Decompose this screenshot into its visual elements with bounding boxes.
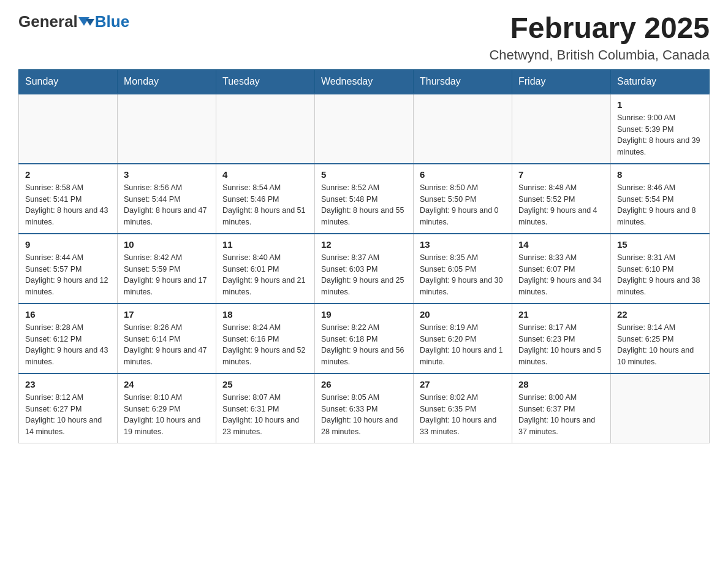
calendar-day-cell: 19Sunrise: 8:22 AMSunset: 6:18 PMDayligh…	[315, 304, 414, 373]
calendar-day-header: Tuesday	[216, 69, 315, 94]
day-number: 12	[321, 239, 407, 250]
calendar-day-cell	[118, 94, 216, 164]
calendar-day-cell: 4Sunrise: 8:54 AMSunset: 5:46 PMDaylight…	[216, 164, 315, 234]
day-info: Sunrise: 8:37 AMSunset: 6:03 PMDaylight:…	[321, 252, 407, 298]
calendar-day-cell: 20Sunrise: 8:19 AMSunset: 6:20 PMDayligh…	[414, 304, 512, 373]
day-info: Sunrise: 8:52 AMSunset: 5:48 PMDaylight:…	[321, 182, 407, 228]
day-number: 3	[124, 169, 210, 180]
calendar-day-cell	[315, 94, 414, 164]
day-info: Sunrise: 8:46 AMSunset: 5:54 PMDaylight:…	[617, 182, 703, 228]
calendar-day-cell: 14Sunrise: 8:33 AMSunset: 6:07 PMDayligh…	[512, 234, 611, 304]
calendar-day-cell: 21Sunrise: 8:17 AMSunset: 6:23 PMDayligh…	[512, 304, 611, 373]
day-number: 7	[518, 169, 604, 180]
day-info: Sunrise: 9:00 AMSunset: 5:39 PMDaylight:…	[617, 112, 703, 158]
calendar-day-cell: 18Sunrise: 8:24 AMSunset: 6:16 PMDayligh…	[216, 304, 315, 373]
day-info: Sunrise: 8:42 AMSunset: 5:59 PMDaylight:…	[124, 252, 210, 298]
calendar-day-cell: 11Sunrise: 8:40 AMSunset: 6:01 PMDayligh…	[216, 234, 315, 304]
day-number: 8	[617, 169, 703, 180]
day-info: Sunrise: 8:10 AMSunset: 6:29 PMDaylight:…	[124, 392, 210, 438]
calendar-day-cell: 17Sunrise: 8:26 AMSunset: 6:14 PMDayligh…	[118, 304, 216, 373]
day-info: Sunrise: 8:33 AMSunset: 6:07 PMDaylight:…	[518, 252, 604, 298]
calendar-week-row: 9Sunrise: 8:44 AMSunset: 5:57 PMDaylight…	[19, 234, 710, 304]
calendar-day-cell: 25Sunrise: 8:07 AMSunset: 6:31 PMDayligh…	[216, 373, 315, 443]
day-number: 28	[518, 379, 604, 389]
day-number: 23	[25, 379, 111, 389]
calendar-day-cell: 6Sunrise: 8:50 AMSunset: 5:50 PMDaylight…	[414, 164, 512, 234]
day-number: 9	[25, 239, 111, 250]
day-number: 16	[25, 309, 111, 320]
calendar-day-header: Thursday	[414, 69, 512, 94]
calendar-day-cell: 26Sunrise: 8:05 AMSunset: 6:33 PMDayligh…	[315, 373, 414, 443]
logo-blue-text: Blue	[95, 12, 129, 31]
day-number: 18	[222, 309, 308, 320]
page-subtitle: Chetwynd, British Columbia, Canada	[489, 47, 710, 63]
calendar-day-cell: 23Sunrise: 8:12 AMSunset: 6:27 PMDayligh…	[19, 373, 118, 443]
calendar-week-row: 2Sunrise: 8:58 AMSunset: 5:41 PMDaylight…	[19, 164, 710, 234]
logo-triangle-overlap-icon	[86, 19, 94, 26]
day-number: 10	[124, 239, 210, 250]
calendar-day-cell: 8Sunrise: 8:46 AMSunset: 5:54 PMDaylight…	[611, 164, 710, 234]
day-info: Sunrise: 8:24 AMSunset: 6:16 PMDaylight:…	[222, 322, 308, 368]
day-number: 22	[617, 309, 703, 320]
calendar-day-cell: 5Sunrise: 8:52 AMSunset: 5:48 PMDaylight…	[315, 164, 414, 234]
day-number: 24	[124, 379, 210, 389]
calendar-day-cell: 24Sunrise: 8:10 AMSunset: 6:29 PMDayligh…	[118, 373, 216, 443]
day-info: Sunrise: 8:02 AMSunset: 6:35 PMDaylight:…	[420, 392, 506, 438]
calendar-day-cell: 13Sunrise: 8:35 AMSunset: 6:05 PMDayligh…	[414, 234, 512, 304]
day-info: Sunrise: 8:05 AMSunset: 6:33 PMDaylight:…	[321, 392, 407, 438]
calendar-day-cell: 16Sunrise: 8:28 AMSunset: 6:12 PMDayligh…	[19, 304, 118, 373]
day-info: Sunrise: 8:00 AMSunset: 6:37 PMDaylight:…	[518, 392, 604, 438]
day-number: 25	[222, 379, 308, 389]
calendar-header-row: SundayMondayTuesdayWednesdayThursdayFrid…	[19, 69, 710, 94]
calendar-day-cell: 3Sunrise: 8:56 AMSunset: 5:44 PMDaylight…	[118, 164, 216, 234]
calendar-day-cell: 15Sunrise: 8:31 AMSunset: 6:10 PMDayligh…	[611, 234, 710, 304]
day-info: Sunrise: 8:22 AMSunset: 6:18 PMDaylight:…	[321, 322, 407, 368]
page-title: February 2025	[489, 12, 710, 45]
day-info: Sunrise: 8:58 AMSunset: 5:41 PMDaylight:…	[25, 182, 111, 228]
day-number: 27	[420, 379, 506, 389]
logo-general-text: General	[18, 12, 78, 31]
calendar-day-cell: 7Sunrise: 8:48 AMSunset: 5:52 PMDaylight…	[512, 164, 611, 234]
calendar-day-cell: 22Sunrise: 8:14 AMSunset: 6:25 PMDayligh…	[611, 304, 710, 373]
day-info: Sunrise: 8:12 AMSunset: 6:27 PMDaylight:…	[25, 392, 111, 438]
day-number: 19	[321, 309, 407, 320]
calendar-day-header: Friday	[512, 69, 611, 94]
day-number: 4	[222, 169, 308, 180]
day-number: 1	[617, 99, 703, 110]
day-number: 5	[321, 169, 407, 180]
day-info: Sunrise: 8:50 AMSunset: 5:50 PMDaylight:…	[420, 182, 506, 228]
title-block: February 2025 Chetwynd, British Columbia…	[489, 12, 710, 63]
day-info: Sunrise: 8:14 AMSunset: 6:25 PMDaylight:…	[617, 322, 703, 368]
calendar-day-header: Sunday	[19, 69, 118, 94]
day-info: Sunrise: 8:31 AMSunset: 6:10 PMDaylight:…	[617, 252, 703, 298]
day-number: 6	[420, 169, 506, 180]
day-number: 13	[420, 239, 506, 250]
day-number: 17	[124, 309, 210, 320]
calendar-day-header: Monday	[118, 69, 216, 94]
day-info: Sunrise: 8:44 AMSunset: 5:57 PMDaylight:…	[25, 252, 111, 298]
day-info: Sunrise: 8:26 AMSunset: 6:14 PMDaylight:…	[124, 322, 210, 368]
day-info: Sunrise: 8:48 AMSunset: 5:52 PMDaylight:…	[518, 182, 604, 228]
calendar-day-header: Wednesday	[315, 69, 414, 94]
calendar-week-row: 23Sunrise: 8:12 AMSunset: 6:27 PMDayligh…	[19, 373, 710, 443]
calendar-day-cell	[19, 94, 118, 164]
calendar-day-cell: 9Sunrise: 8:44 AMSunset: 5:57 PMDaylight…	[19, 234, 118, 304]
day-info: Sunrise: 8:54 AMSunset: 5:46 PMDaylight:…	[222, 182, 308, 228]
day-number: 26	[321, 379, 407, 389]
day-info: Sunrise: 8:07 AMSunset: 6:31 PMDaylight:…	[222, 392, 308, 438]
day-number: 15	[617, 239, 703, 250]
calendar-day-cell: 27Sunrise: 8:02 AMSunset: 6:35 PMDayligh…	[414, 373, 512, 443]
page-header: General Blue February 2025 Chetwynd, Bri…	[18, 12, 710, 63]
day-info: Sunrise: 8:28 AMSunset: 6:12 PMDaylight:…	[25, 322, 111, 368]
calendar-day-cell: 1Sunrise: 9:00 AMSunset: 5:39 PMDaylight…	[611, 94, 710, 164]
day-info: Sunrise: 8:40 AMSunset: 6:01 PMDaylight:…	[222, 252, 308, 298]
logo: General Blue	[18, 12, 129, 31]
calendar-day-cell: 10Sunrise: 8:42 AMSunset: 5:59 PMDayligh…	[118, 234, 216, 304]
day-number: 21	[518, 309, 604, 320]
calendar-day-cell	[216, 94, 315, 164]
day-info: Sunrise: 8:35 AMSunset: 6:05 PMDaylight:…	[420, 252, 506, 298]
calendar-day-cell	[611, 373, 710, 443]
day-info: Sunrise: 8:19 AMSunset: 6:20 PMDaylight:…	[420, 322, 506, 368]
day-info: Sunrise: 8:56 AMSunset: 5:44 PMDaylight:…	[124, 182, 210, 228]
calendar-week-row: 1Sunrise: 9:00 AMSunset: 5:39 PMDaylight…	[19, 94, 710, 164]
